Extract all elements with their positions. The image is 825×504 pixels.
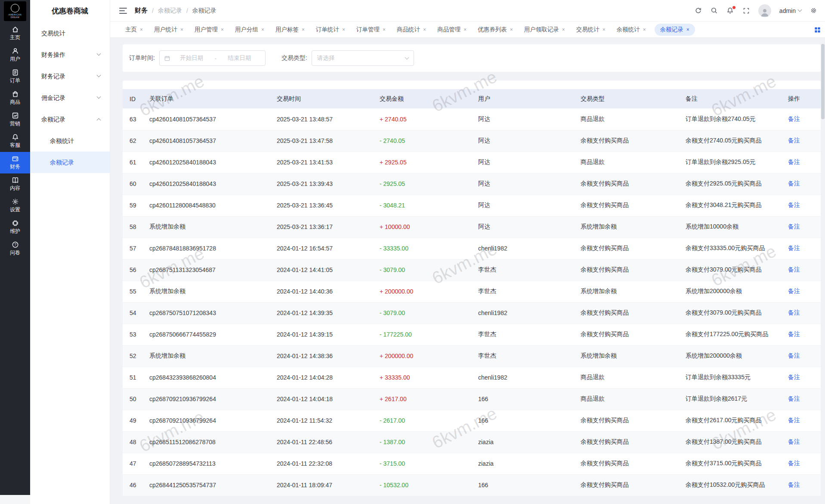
remark-link[interactable]: 备注 (788, 137, 800, 144)
tab-11[interactable]: 交易统计 × (574, 24, 608, 36)
remark-link[interactable]: 备注 (788, 201, 800, 208)
remark-link[interactable]: 备注 (788, 352, 800, 359)
chevron-icon (97, 118, 101, 123)
remark-link[interactable]: 备注 (788, 374, 800, 380)
submenu-item-4[interactable]: 余额记录 (30, 108, 110, 130)
cell-type: 商品退款 (574, 152, 679, 173)
bell-icon[interactable] (726, 7, 734, 15)
sidebar-item-maintain[interactable]: 维护 (0, 216, 30, 238)
close-icon[interactable]: × (463, 27, 467, 32)
close-icon[interactable]: × (180, 27, 183, 32)
sidebar-item-order[interactable]: 订单 (0, 66, 30, 87)
tab-8[interactable]: 商品管理 × (435, 24, 469, 36)
tab-10[interactable]: 用户领取记录 × (522, 24, 568, 36)
remark-link[interactable]: 备注 (788, 309, 800, 316)
table-row: 47 cp268507288954732113 2024-01-11 22:32… (123, 453, 821, 474)
cell-id: 56 (123, 259, 142, 281)
submenu-item-5[interactable]: 余额统计 (30, 130, 110, 152)
close-icon[interactable]: × (643, 27, 646, 32)
cell-user: chenli1982 (471, 367, 574, 388)
sidebar-item-user[interactable]: 用户 (0, 44, 30, 66)
sidebar-item-service[interactable]: 客服 (0, 130, 30, 152)
cell-id: 51 (123, 367, 142, 388)
close-icon[interactable]: × (383, 27, 386, 32)
cell-type: 余额支付购买商品 (574, 302, 679, 324)
sidebar-item-survey[interactable]: ? 问卷 (0, 238, 30, 260)
date-range-input[interactable]: 开始日期 - 结束日期 (159, 50, 266, 66)
avatar[interactable] (758, 4, 771, 17)
tab-7[interactable]: 商品统计 × (394, 24, 429, 36)
col-time: 交易时间 (270, 89, 373, 108)
cell-order: cp268709210936799264 (142, 410, 270, 431)
remark-link[interactable]: 备注 (788, 481, 800, 488)
close-icon[interactable]: × (603, 27, 606, 32)
refresh-icon[interactable] (695, 7, 702, 15)
close-icon[interactable]: × (221, 27, 224, 32)
chevron-down-icon (798, 8, 802, 12)
close-icon[interactable]: × (423, 27, 426, 32)
tab-4[interactable]: 用户标签 × (273, 24, 307, 36)
tab-3[interactable]: 用户分组 × (232, 24, 267, 36)
cell-order: cp426011280084548830 (142, 195, 270, 216)
cell-order: cp426012025840188043 (142, 152, 270, 173)
sidebar-item-home[interactable]: 主页 (0, 23, 30, 44)
cell-order: cp426014081057364537 (142, 108, 270, 130)
sidebar-collapse-icon[interactable] (119, 8, 127, 14)
sidebar-item-marketing[interactable]: 营销 (0, 109, 30, 130)
remark-link[interactable]: 备注 (788, 288, 800, 294)
remark-link[interactable]: 备注 (788, 115, 800, 122)
remark-link[interactable]: 备注 (788, 331, 800, 337)
submenu-item-1[interactable]: 财务操作 (30, 44, 110, 65)
fullscreen-icon[interactable] (742, 7, 750, 15)
sidebar-item-settings[interactable]: 设置 (0, 195, 30, 216)
sidebar-item-finance[interactable]: 财务 (0, 152, 30, 173)
close-icon[interactable]: × (562, 27, 565, 32)
cell-amount: + 2925.05 (373, 152, 471, 173)
close-icon[interactable]: × (342, 27, 345, 32)
tab-1[interactable]: 用户统计 × (151, 24, 186, 36)
close-icon[interactable]: × (302, 27, 305, 32)
close-icon[interactable]: × (261, 27, 264, 32)
submenu-item-0[interactable]: 交易统计 (30, 22, 110, 44)
grid-icon[interactable] (814, 27, 821, 34)
remark-link[interactable]: 备注 (788, 180, 800, 187)
close-icon[interactable]: × (686, 27, 689, 32)
sidebar-item-content[interactable]: 内容 (0, 173, 30, 195)
sidebar-item-product[interactable]: 商品 (0, 87, 30, 109)
table-row: 46 cp268441250535754737 2024-01-11 18:09… (123, 474, 821, 496)
remark-link[interactable]: 备注 (788, 395, 800, 402)
breadcrumb-item-balance-records[interactable]: 余额记录 (158, 7, 182, 15)
submenu-item-2[interactable]: 财务记录 (30, 65, 110, 87)
cell-time: 2024-01-12 14:04:18 (270, 388, 373, 410)
cell-id: 58 (123, 216, 142, 238)
tab-0[interactable]: 主页 × (123, 24, 145, 36)
tab-6[interactable]: 订单管理 × (354, 24, 388, 36)
app-logo[interactable]: AMERICAN DREAM (4, 1, 26, 21)
tab-12[interactable]: 余额统计 × (614, 24, 649, 36)
remark-link[interactable]: 备注 (788, 460, 800, 467)
tab-13[interactable]: 余额记录 × (655, 24, 695, 36)
cell-id: 50 (123, 388, 142, 410)
search-icon[interactable] (711, 7, 718, 15)
tab-5[interactable]: 订单统计 × (313, 24, 348, 36)
transaction-type-select[interactable]: 请选择 (312, 50, 414, 66)
records-table: ID 关联订单 交易时间 交易金额 用户 交易类型 备注 操作 63 cp426… (123, 89, 821, 496)
remark-link[interactable]: 备注 (788, 244, 800, 251)
close-icon[interactable]: × (140, 27, 143, 32)
tab-2[interactable]: 用户管理 × (192, 24, 226, 36)
remark-link[interactable]: 备注 (788, 158, 800, 165)
topbar-actions: admin (695, 4, 817, 17)
user-menu[interactable]: admin (779, 7, 801, 14)
tab-9[interactable]: 优惠券列表 × (475, 24, 516, 36)
submenu-item-3[interactable]: 佣金记录 (30, 87, 110, 108)
remark-link[interactable]: 备注 (788, 223, 800, 230)
submenu-item-6[interactable]: 余额记录 (30, 152, 110, 173)
remark-link[interactable]: 备注 (788, 417, 800, 424)
gear-icon[interactable] (810, 7, 817, 15)
scrollbar-thumb[interactable] (821, 44, 825, 119)
cell-id: 53 (123, 324, 142, 345)
breadcrumb-item-finance[interactable]: 财务 (135, 6, 148, 15)
remark-link[interactable]: 备注 (788, 438, 800, 445)
close-icon[interactable]: × (510, 27, 513, 32)
remark-link[interactable]: 备注 (788, 266, 800, 273)
